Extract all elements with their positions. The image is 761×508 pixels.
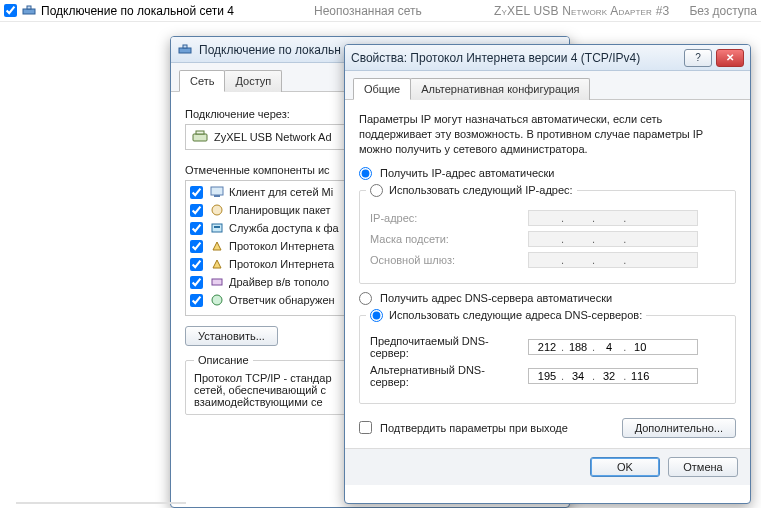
connection-checkbox[interactable] — [4, 4, 17, 17]
item-label: Драйвер в/в тополо — [229, 276, 329, 288]
ipv4-properties-window: Свойства: Протокол Интернета версии 4 (T… — [344, 44, 751, 504]
svg-rect-6 — [211, 187, 223, 195]
separator — [16, 502, 186, 504]
scheduler-icon — [209, 202, 225, 218]
svg-rect-10 — [214, 226, 220, 228]
tab-alternative[interactable]: Альтернативная конфигурация — [410, 78, 590, 100]
subnet-mask-row: Маска подсети: ... — [370, 231, 725, 247]
ip-address-label: IP-адрес: — [370, 212, 520, 224]
adapter-name: ZyXEL USB Network Ad — [214, 131, 332, 143]
item-checkbox[interactable] — [190, 258, 203, 271]
ip-octet[interactable] — [626, 370, 654, 382]
item-checkbox[interactable] — [190, 276, 203, 289]
item-label: Клиент для сетей Mi — [229, 186, 333, 198]
help-button[interactable]: ? — [684, 49, 712, 67]
subnet-mask-label: Маска подсети: — [370, 233, 520, 245]
dns-auto-radio[interactable] — [359, 292, 372, 305]
dns-auto-label: Получить адрес DNS-сервера автоматически — [380, 292, 612, 304]
ip-auto-radio[interactable] — [359, 167, 372, 180]
ip-octet[interactable] — [564, 370, 592, 382]
item-checkbox[interactable] — [190, 294, 203, 307]
protocol-icon — [209, 256, 225, 272]
close-icon: ✕ — [726, 52, 734, 63]
svg-rect-5 — [196, 131, 204, 134]
connection-access: Без доступа — [669, 4, 757, 18]
alternate-dns-label: Альтернативный DNS-сервер: — [370, 364, 520, 388]
cancel-button[interactable]: Отмена — [668, 457, 738, 477]
description-legend: Описание — [194, 354, 253, 366]
svg-rect-7 — [214, 195, 220, 197]
client-icon — [209, 184, 225, 200]
svg-rect-4 — [193, 134, 207, 141]
svg-point-8 — [212, 205, 222, 215]
window-title: Свойства: Протокол Интернета версии 4 (T… — [351, 51, 684, 65]
ok-button[interactable]: OK — [590, 457, 660, 477]
ip-octet[interactable] — [533, 370, 561, 382]
connection-list-row[interactable]: Подключение по локальной сети 4 Неопозна… — [0, 0, 761, 22]
responder-icon — [209, 292, 225, 308]
tab-general[interactable]: Общие — [353, 78, 411, 100]
item-label: Ответчик обнаружен — [229, 294, 335, 306]
confirm-on-exit-checkbox[interactable] — [359, 421, 372, 434]
adapter-icon — [192, 129, 208, 145]
ip-auto-radio-row[interactable]: Получить IP-адрес автоматически — [359, 167, 736, 180]
ip-manual-label: Использовать следующий IP-адрес: — [389, 184, 573, 196]
item-label: Планировщик пакет — [229, 204, 331, 216]
svg-rect-11 — [212, 279, 222, 285]
item-checkbox[interactable] — [190, 240, 203, 253]
ip-auto-label: Получить IP-адрес автоматически — [380, 167, 554, 179]
alternate-dns-row: Альтернативный DNS-сервер: . . . — [370, 364, 725, 388]
dns-manual-group: Использовать следующие адреса DNS-сервер… — [359, 309, 736, 404]
gateway-row: Основной шлюз: ... — [370, 252, 725, 268]
item-label: Протокол Интернета — [229, 258, 334, 270]
connection-name: Подключение по локальной сети 4 — [41, 4, 234, 18]
driver-icon — [209, 274, 225, 290]
item-checkbox[interactable] — [190, 222, 203, 235]
connection-status: Неопознанная сеть — [234, 4, 494, 18]
gateway-input: ... — [528, 252, 698, 268]
gateway-label: Основной шлюз: — [370, 254, 520, 266]
svg-rect-3 — [183, 45, 187, 48]
connection-adapter: ZyXEL USB Network Adapter #3 — [494, 4, 669, 18]
ip-address-input: ... — [528, 210, 698, 226]
subnet-mask-input: ... — [528, 231, 698, 247]
ip-octet[interactable] — [533, 341, 561, 353]
item-label: Служба доступа к фа — [229, 222, 339, 234]
preferred-dns-input[interactable]: . . . — [528, 339, 698, 355]
ip-octet[interactable] — [564, 341, 592, 353]
dns-auto-radio-row[interactable]: Получить адрес DNS-сервера автоматически — [359, 292, 736, 305]
tab-access[interactable]: Доступ — [224, 70, 282, 92]
install-button[interactable]: Установить... — [185, 326, 278, 346]
titlebar[interactable]: Свойства: Протокол Интернета версии 4 (T… — [345, 45, 750, 71]
preferred-dns-row: Предпочитаемый DNS-сервер: . . . — [370, 335, 725, 359]
preferred-dns-label: Предпочитаемый DNS-сервер: — [370, 335, 520, 359]
item-checkbox[interactable] — [190, 204, 203, 217]
svg-rect-0 — [23, 9, 35, 14]
ip-manual-group: Использовать следующий IP-адрес: IP-адре… — [359, 184, 736, 284]
ip-address-row: IP-адрес: ... — [370, 210, 725, 226]
dns-manual-radio[interactable] — [370, 309, 383, 322]
file-share-icon — [209, 220, 225, 236]
item-label: Протокол Интернета — [229, 240, 334, 252]
tab-strip: Общие Альтернативная конфигурация — [345, 71, 750, 100]
alternate-dns-input[interactable]: . . . — [528, 368, 698, 384]
dialog-button-row: OK Отмена — [345, 448, 750, 485]
svg-point-12 — [212, 295, 222, 305]
network-adapter-icon — [21, 3, 37, 19]
svg-rect-1 — [27, 6, 31, 9]
description-text: Параметры IP могут назначаться автоматич… — [359, 112, 736, 157]
dns-manual-label: Использовать следующие адреса DNS-сервер… — [389, 309, 642, 321]
close-button[interactable]: ✕ — [716, 49, 744, 67]
ip-octet[interactable] — [626, 341, 654, 353]
ip-octet[interactable] — [595, 341, 623, 353]
confirm-on-exit-label: Подтвердить параметры при выходе — [380, 422, 568, 434]
ip-octet[interactable] — [595, 370, 623, 382]
ip-manual-radio[interactable] — [370, 184, 383, 197]
advanced-button[interactable]: Дополнительно... — [622, 418, 736, 438]
tab-network[interactable]: Сеть — [179, 70, 225, 92]
network-adapter-icon — [177, 42, 193, 58]
svg-rect-2 — [179, 48, 191, 53]
item-checkbox[interactable] — [190, 186, 203, 199]
protocol-icon — [209, 238, 225, 254]
